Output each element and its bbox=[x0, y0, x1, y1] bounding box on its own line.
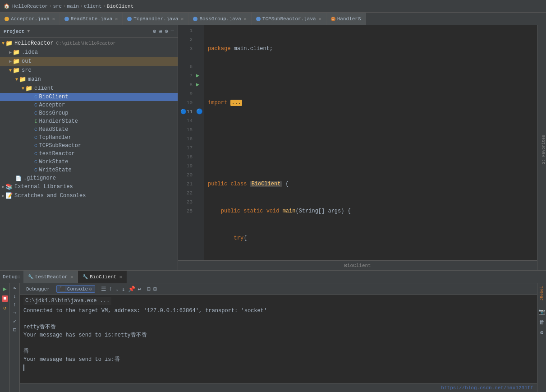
breadcrumb-project-icon: 🏠 bbox=[4, 3, 10, 9]
tree-label-bossgroup: BossGroup bbox=[39, 110, 69, 116]
step-over-icon[interactable]: ↷ bbox=[13, 285, 16, 292]
tree-item-handlerstate[interactable]: I HandlerState bbox=[0, 117, 178, 125]
debug-tab-bioclient[interactable]: 🔧 BioClient ✕ bbox=[78, 271, 127, 283]
tab-icon-tcpsubreactor bbox=[256, 17, 261, 21]
console-settings-icon[interactable]: ⚙ bbox=[89, 286, 92, 292]
tree-item-idea[interactable]: ▶ 📁 .idea bbox=[0, 48, 178, 57]
tree-item-tcpsubreactor[interactable]: C TCPSubReactor bbox=[0, 142, 178, 150]
tab-acceptor[interactable]: Acceptor.java ✕ bbox=[0, 13, 60, 25]
tab-close-bossgroup[interactable]: ✕ bbox=[244, 16, 247, 22]
tree-item-client[interactable]: ▼ 📁 client bbox=[0, 84, 178, 93]
breadcrumb-client[interactable]: client bbox=[84, 4, 102, 9]
filter-icon[interactable]: ⊟ bbox=[147, 286, 151, 293]
tab-close-tcpsubreactor[interactable]: ✕ bbox=[319, 16, 321, 22]
editor-status-bar: BioClient bbox=[178, 260, 537, 270]
tree-item-tcphandler[interactable]: C TcpHandler bbox=[0, 134, 178, 142]
bottom-content: ▶ ■ ↺ ↷ ↓ ↑ → ✓ ⊟ Debugger ⬛ bbox=[0, 283, 546, 392]
sidebar-icon-minimize[interactable]: ─ bbox=[171, 28, 174, 35]
step-out-icon[interactable]: ↑ bbox=[13, 302, 16, 308]
breadcrumb-bioclient: BioClient bbox=[107, 4, 133, 9]
tab-close-acceptor[interactable]: ✕ bbox=[52, 16, 55, 22]
breadcrumb-src[interactable]: src bbox=[53, 4, 62, 9]
frames-icon[interactable]: ⊟ bbox=[13, 327, 16, 333]
tab-tcphandler[interactable]: TcpHandler.java ✕ bbox=[123, 13, 188, 25]
code-content[interactable]: package main.client; import ... public c… bbox=[204, 25, 537, 260]
expand-icon[interactable]: ⊞ bbox=[153, 286, 157, 293]
code-line-7: public class BioClient { bbox=[208, 180, 537, 189]
breadcrumb-main[interactable]: main bbox=[67, 4, 78, 9]
tree-item-helloreactor[interactable]: ▼ 📁 HelloReactor C:\gitlab\HelloReactor bbox=[0, 39, 178, 48]
tree-item-out[interactable]: ▶ 📁 out bbox=[0, 57, 178, 66]
console-output: C:\jdk1.8\bin\java.exe ... Connected to … bbox=[20, 295, 537, 383]
sidebar-icon-gear[interactable]: ⚙ bbox=[153, 28, 156, 35]
url-link[interactable]: https://blog.csdn.net/max1231ff bbox=[441, 385, 533, 391]
sidebar-icon-layout[interactable]: ⊞ bbox=[159, 28, 162, 35]
console-line-connected: Connected to the target VM, address: '12… bbox=[23, 307, 533, 315]
run-to-cursor-icon[interactable]: → bbox=[13, 310, 16, 316]
tab-close-tcphandler[interactable]: ✕ bbox=[181, 16, 184, 22]
tree-item-external-libs[interactable]: ▶ 📚 External Libraries bbox=[0, 182, 178, 191]
tree-item-readstate[interactable]: C ReadState bbox=[0, 125, 178, 134]
file-icon-bioclient: C bbox=[34, 94, 37, 100]
right-favorites-strip: 2: Favorites bbox=[537, 25, 546, 270]
tab-readstate[interactable]: ReadState.java ✕ bbox=[60, 13, 123, 25]
editor-filename-status: BioClient bbox=[344, 263, 371, 268]
stop-icon[interactable]: ■ bbox=[2, 295, 8, 302]
tree-item-scratches[interactable]: ▶ 📝 Scratches and Consoles bbox=[0, 191, 178, 200]
tab-close-readstate[interactable]: ✕ bbox=[115, 16, 118, 22]
tree-item-writestate[interactable]: C WriteState bbox=[0, 166, 178, 174]
console-line-empty1 bbox=[23, 315, 533, 323]
step-into-icon[interactable]: ↓ bbox=[13, 294, 16, 300]
tree-label-src: src bbox=[22, 67, 32, 74]
breadcrumb-sep3: › bbox=[80, 3, 83, 9]
folder-icon-scratches: 📝 bbox=[5, 192, 13, 199]
debug-tab-bioclient-close[interactable]: ✕ bbox=[119, 274, 122, 280]
settings-bottom-icon[interactable]: ⚙ bbox=[540, 329, 543, 336]
pin-icon[interactable]: 📌 bbox=[128, 286, 135, 293]
rerun-icon[interactable]: ↺ bbox=[3, 304, 6, 311]
scroll-down-icon[interactable]: ↓ bbox=[115, 286, 119, 292]
tree-item-src[interactable]: ▼ 📁 src bbox=[0, 66, 178, 75]
sidebar-icon-settings[interactable]: ⚙ bbox=[165, 28, 168, 35]
rebel-icon[interactable]: JRebel bbox=[540, 286, 544, 300]
resume-icon[interactable]: ▶ bbox=[3, 285, 6, 293]
tree-item-acceptor[interactable]: C Acceptor bbox=[0, 101, 178, 109]
tab-bossgroup[interactable]: BossGroup.java ✕ bbox=[188, 13, 251, 25]
tree-item-bioclient[interactable]: C BioClient bbox=[0, 93, 178, 101]
sidebar-dropdown-icon[interactable]: ▼ bbox=[27, 29, 30, 34]
sidebar-header: Project ▼ ⚙ ⊞ ⚙ ─ bbox=[0, 25, 178, 38]
scroll-to-end-icon[interactable]: ⇓ bbox=[122, 286, 125, 293]
tab-label-tcpsubreactor: TCPSubReactor.java bbox=[262, 16, 316, 22]
console-tab-btn[interactable]: ⬛ Console ⚙ bbox=[56, 285, 95, 293]
file-icon-testreactor: C bbox=[34, 151, 37, 157]
debug-tab-testreactor[interactable]: 🔧 testReactor ✕ bbox=[23, 271, 78, 283]
trash-icon[interactable]: 🗑 bbox=[539, 319, 545, 326]
tree-item-main[interactable]: ▼ 📁 main bbox=[0, 75, 178, 84]
debugger-tab-btn[interactable]: Debugger bbox=[23, 286, 54, 293]
tree-item-workstate[interactable]: C WorkState bbox=[0, 158, 178, 166]
tab-tcpsubreactor[interactable]: TCPSubReactor.java ✕ bbox=[252, 13, 326, 25]
tab-icon-handlers: I bbox=[331, 17, 335, 21]
debug-tab-testreactor-close[interactable]: ✕ bbox=[70, 274, 73, 280]
tab-icon-tcphandler bbox=[127, 17, 132, 21]
camera-icon[interactable]: 📷 bbox=[538, 309, 545, 315]
wrap-icon[interactable]: ↩ bbox=[138, 286, 142, 293]
evaluate-icon[interactable]: ✓ bbox=[13, 318, 16, 325]
tree-item-gitignore[interactable]: 📄 .gitignore bbox=[0, 174, 178, 182]
file-icon-writestate: C bbox=[34, 167, 37, 173]
favorites-label-2[interactable]: 2: Favorites bbox=[541, 135, 546, 164]
tree-item-testreactor[interactable]: C testReactor bbox=[0, 150, 178, 158]
clear-console-icon[interactable]: ☰ bbox=[101, 286, 106, 293]
tree-label-gitignore: .gitignore bbox=[23, 175, 56, 181]
tree-item-bossgroup[interactable]: C BossGroup bbox=[0, 109, 178, 117]
code-line-4 bbox=[208, 125, 537, 134]
scroll-up-icon[interactable]: ↑ bbox=[109, 286, 113, 292]
editor-pane: 1 2 3 6 7 8 9 10 🔵11 14 15 16 17 18 19 bbox=[178, 25, 537, 270]
breadcrumb-hello-reactor[interactable]: HelloReactor bbox=[12, 4, 48, 9]
tab-handlers[interactable]: I HandlerS bbox=[326, 13, 366, 25]
file-icon-readstate: C bbox=[34, 127, 37, 132]
code-line-9: try{ bbox=[208, 234, 537, 243]
breadcrumb-sep4: › bbox=[103, 3, 106, 9]
debug-tabs-bar: Debug: 🔧 testReactor ✕ 🔧 BioClient ✕ bbox=[0, 271, 546, 283]
debug-tab-testreactor-icon: 🔧 bbox=[28, 274, 33, 280]
